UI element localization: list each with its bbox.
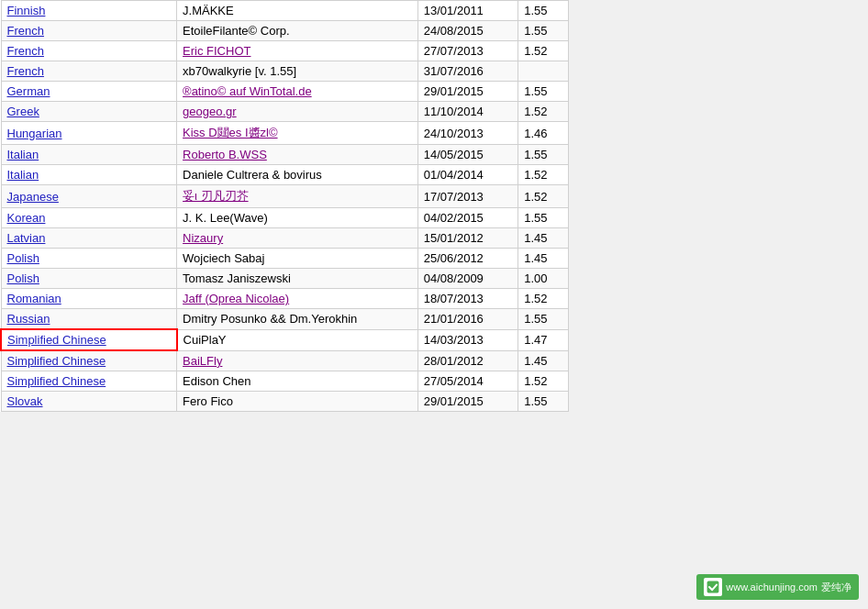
version-cell: 1.52 — [518, 185, 569, 208]
language-link[interactable]: Romanian — [7, 292, 61, 305]
language-link[interactable]: French — [7, 24, 44, 38]
table-row: RomanianJaff (Oprea Nicolae)18/07/20131.… — [1, 289, 569, 309]
version-cell: 1.55 — [518, 1, 569, 21]
translator-link[interactable]: geogeo.gr — [183, 105, 237, 118]
language-link[interactable]: Finnish — [7, 4, 46, 17]
translator-link[interactable]: BaiLFly — [183, 354, 222, 368]
watermark-icon — [704, 578, 722, 596]
language-link[interactable]: French — [7, 44, 44, 58]
translator-link[interactable]: Eric FICHOT — [183, 44, 250, 58]
language-link[interactable]: Simplified Chinese — [7, 333, 106, 347]
language-link[interactable]: Simplified Chinese — [7, 354, 106, 368]
version-cell: 1.52 — [518, 165, 569, 185]
translator-name: Wojciech Sabaj — [177, 249, 418, 269]
translator-name: Edison Chen — [177, 371, 418, 392]
date-cell: 17/07/2013 — [417, 185, 517, 208]
translator-name: Fero Fico — [177, 392, 418, 412]
language-link[interactable]: Italian — [7, 148, 39, 161]
date-cell: 27/05/2014 — [417, 371, 517, 392]
version-cell: 1.52 — [518, 289, 569, 309]
date-cell: 14/03/2013 — [417, 329, 517, 350]
language-link[interactable]: Greek — [7, 105, 39, 118]
date-cell: 31/07/2016 — [417, 61, 517, 82]
language-link[interactable]: French — [7, 64, 44, 78]
translator-name: J. K. Lee(Wave) — [177, 208, 418, 228]
translator-name: Daniele Cultrera & bovirus — [177, 165, 418, 185]
version-cell: 1.00 — [518, 269, 569, 289]
translator-link[interactable]: ®atino© auf WinTotal.de — [183, 84, 312, 98]
version-cell: 1.52 — [518, 371, 569, 392]
date-cell: 27/07/2013 — [417, 41, 517, 61]
language-link[interactable]: Latvian — [7, 231, 46, 245]
language-link[interactable]: German — [7, 84, 50, 98]
language-link[interactable]: Korean — [7, 211, 46, 225]
table-row: KoreanJ. K. Lee(Wave)04/02/20151.55 — [1, 208, 569, 228]
date-cell: 13/01/2011 — [417, 1, 517, 21]
watermark-label: 爱纯净 — [821, 581, 851, 594]
table-row: FinnishJ.MÄKKE13/01/20111.55 — [1, 1, 569, 21]
table-row: FrenchEtoileFilante© Corp.24/08/20151.55 — [1, 21, 569, 41]
language-link[interactable]: Slovak — [7, 394, 43, 408]
language-link[interactable]: Japanese — [7, 190, 59, 204]
table-row: Japanese妥ι 刃凡刃芥17/07/20131.52 — [1, 185, 569, 208]
translations-table: FinnishJ.MÄKKE13/01/20111.55FrenchEtoile… — [0, 0, 569, 412]
version-cell: 1.55 — [518, 309, 569, 330]
version-cell: 1.46 — [518, 122, 569, 145]
language-link[interactable]: Simplified Chinese — [7, 374, 106, 388]
date-cell: 24/10/2013 — [417, 122, 517, 145]
date-cell: 04/08/2009 — [417, 269, 517, 289]
language-link[interactable]: Polish — [7, 271, 39, 285]
date-cell: 01/04/2014 — [417, 165, 517, 185]
date-cell: 24/08/2015 — [417, 21, 517, 41]
table-row: ItalianDaniele Cultrera & bovirus01/04/2… — [1, 165, 569, 185]
version-cell: 1.55 — [518, 392, 569, 412]
version-cell: 1.55 — [518, 82, 569, 102]
date-cell: 04/02/2015 — [417, 208, 517, 228]
language-link[interactable]: Polish — [7, 251, 39, 265]
translator-link[interactable]: Nizaury — [183, 231, 223, 245]
date-cell: 25/06/2012 — [417, 249, 517, 269]
date-cell: 14/05/2015 — [417, 145, 517, 165]
translator-link[interactable]: Jaff (Oprea Nicolae) — [183, 292, 289, 305]
date-cell: 18/07/2013 — [417, 289, 517, 309]
version-cell: 1.55 — [518, 145, 569, 165]
version-cell: 1.45 — [518, 228, 569, 249]
table-row: PolishWojciech Sabaj25/06/20121.45 — [1, 249, 569, 269]
version-cell: 1.55 — [518, 208, 569, 228]
version-cell: 1.52 — [518, 102, 569, 122]
translator-name: Tomasz Janiszewski — [177, 269, 418, 289]
language-link[interactable]: Italian — [7, 168, 39, 182]
table-row: FrenchEric FICHOT27/07/20131.52 — [1, 41, 569, 61]
version-cell: 1.52 — [518, 41, 569, 61]
table-row: Simplified ChineseCuiPlaY14/03/20131.47 — [1, 329, 569, 350]
table-row: German®atino© auf WinTotal.de29/01/20151… — [1, 82, 569, 102]
translator-name: J.MÄKKE — [177, 1, 418, 21]
watermark: www.aichunjing.com 爱纯净 — [696, 574, 859, 600]
table-row: ItalianRoberto B.WSS14/05/20151.55 — [1, 145, 569, 165]
date-cell: 21/01/2016 — [417, 309, 517, 330]
table-row: PolishTomasz Janiszewski04/08/20091.00 — [1, 269, 569, 289]
translator-link[interactable]: Roberto B.WSS — [183, 148, 267, 161]
translator-link[interactable]: Kiss D閮es I醬zl© — [183, 126, 277, 139]
date-cell: 29/01/2015 — [417, 82, 517, 102]
language-link[interactable]: Hungarian — [7, 127, 62, 140]
watermark-text: www.aichunjing.com — [726, 581, 818, 592]
version-cell: 1.45 — [518, 350, 569, 371]
version-cell: 1.47 — [518, 329, 569, 350]
translations-table-container: FinnishJ.MÄKKE13/01/20111.55FrenchEtoile… — [0, 0, 569, 412]
version-cell — [518, 61, 569, 82]
translator-name: Dmitry Posunko && Dm.Yerokhin — [177, 309, 418, 330]
table-row: SlovakFero Fico29/01/20151.55 — [1, 392, 569, 412]
language-link[interactable]: Russian — [7, 312, 50, 326]
translator-link[interactable]: 妥ι 刃凡刃芥 — [183, 189, 249, 203]
date-cell: 11/10/2014 — [417, 102, 517, 122]
table-row: Simplified ChineseEdison Chen27/05/20141… — [1, 371, 569, 392]
table-row: Simplified ChineseBaiLFly28/01/20121.45 — [1, 350, 569, 371]
translator-name: xb70walkyrie [v. 1.55] — [177, 61, 418, 82]
translator-name: EtoileFilante© Corp. — [177, 21, 418, 41]
date-cell: 29/01/2015 — [417, 392, 517, 412]
table-row: HungarianKiss D閮es I醬zl©24/10/20131.46 — [1, 122, 569, 145]
date-cell: 28/01/2012 — [417, 350, 517, 371]
table-row: LatvianNizaury15/01/20121.45 — [1, 228, 569, 249]
date-cell: 15/01/2012 — [417, 228, 517, 249]
